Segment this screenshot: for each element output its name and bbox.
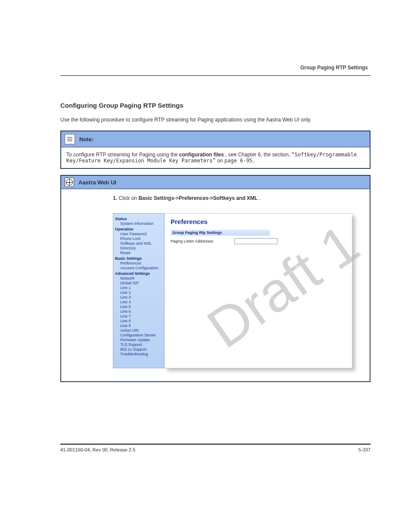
nav-group-advanced: Advanced Settings — [115, 271, 162, 276]
note-icon — [65, 134, 75, 144]
content-title: Preferences — [171, 218, 346, 225]
nav-item-line2[interactable]: Line 2 — [115, 290, 162, 295]
webui-callout: Aastra Web UI 1. Click on Basic Settings… — [60, 175, 371, 382]
content-section-title: Group Paging Rtp Settings — [171, 230, 270, 236]
globe-icon — [65, 177, 74, 187]
note-text-3: on — [217, 158, 224, 164]
nav-item-config-server[interactable]: Configuration Server — [115, 333, 162, 337]
nav-group-basic: Basic Settings — [115, 256, 162, 261]
nav-item-user-password[interactable]: User Password — [115, 232, 162, 236]
nav-item-reset[interactable]: Reset — [115, 251, 162, 255]
note-text-2: , see Chapter 6, the section, — [225, 152, 291, 158]
nav-item-account-config[interactable]: Account Configuration — [115, 266, 162, 270]
section-title: Configuring Group Paging RTP Settings — [60, 102, 368, 109]
nav-item-line3[interactable]: Line 3 — [115, 295, 162, 299]
step-path: Basic Settings->Preferences->Softkeys an… — [138, 195, 258, 201]
note-body: To configure RTP streaming for Paging us… — [61, 147, 370, 168]
nav-item-preferences[interactable]: Preferences — [115, 261, 162, 265]
nav-item-troubleshooting[interactable]: Troubleshooting — [115, 352, 162, 356]
note-bold-1: configuration files — [179, 152, 224, 158]
webui-bar-title: Aastra Web UI — [78, 179, 116, 186]
nav-item-system-information[interactable]: System Information — [115, 221, 162, 226]
nav-item-line9[interactable]: Line 9 — [115, 324, 162, 328]
footer-left: 41-001160-04, Rev 00, Release 2.5 — [60, 447, 135, 452]
step-number: 1. — [113, 195, 117, 201]
header-rule — [60, 75, 371, 76]
page-header-right: Group Paging RTP Settings — [300, 65, 368, 71]
nav-item-network[interactable]: Network — [115, 276, 162, 280]
nav-item-firmware-update[interactable]: Firmware Update — [115, 338, 162, 342]
nav-item-line8[interactable]: Line 8 — [115, 319, 162, 323]
paging-listen-input[interactable] — [234, 238, 277, 244]
paging-listen-label: Paging Listen Addresses — [171, 239, 231, 243]
nav-group-status: Status — [115, 217, 162, 221]
nav-item-line4[interactable]: Line 4 — [115, 300, 162, 304]
nav-item-line6[interactable]: Line 6 — [115, 309, 162, 314]
nav-item-tls-support[interactable]: TLS Support — [115, 342, 162, 347]
nav-item-directory[interactable]: Directory — [115, 246, 162, 250]
side-nav: Status System Information Operation User… — [113, 213, 165, 368]
webui-step: 1. Click on Basic Settings->Preferences-… — [113, 195, 370, 201]
note-label: Note: — [79, 136, 93, 143]
footer-right: 5-337 — [358, 447, 371, 452]
nav-item-global-sip[interactable]: Global SIP — [115, 281, 162, 285]
step-suffix: . — [259, 195, 261, 201]
step-prefix: Click on — [118, 195, 138, 201]
nav-item-phone-lock[interactable]: Phone Lock — [115, 236, 162, 241]
nav-item-action-uri[interactable]: Action URI — [115, 328, 162, 333]
footer-rule — [60, 444, 371, 445]
note-text-1: To configure RTP streaming for Paging us… — [66, 152, 179, 158]
nav-group-operation: Operation — [115, 227, 162, 231]
nav-item-8021x-support[interactable]: 802.1x Support — [115, 347, 162, 352]
content-pane: Preferences Group Paging Rtp Settings Pa… — [165, 213, 352, 368]
intro-paragraph: Use the following procedure to configure… — [60, 116, 368, 124]
note-page-ref: page 6-95. — [224, 158, 255, 164]
webui-screenshot: Status System Information Operation User… — [113, 205, 370, 381]
note-callout: Note: To configure RTP streaming for Pag… — [60, 131, 371, 169]
nav-item-softkeys-xml[interactable]: Softkeys and XML — [115, 241, 162, 246]
nav-item-line1[interactable]: Line 1 — [115, 286, 162, 290]
nav-item-line5[interactable]: Line 5 — [115, 305, 162, 309]
nav-item-line7[interactable]: Line 7 — [115, 314, 162, 318]
